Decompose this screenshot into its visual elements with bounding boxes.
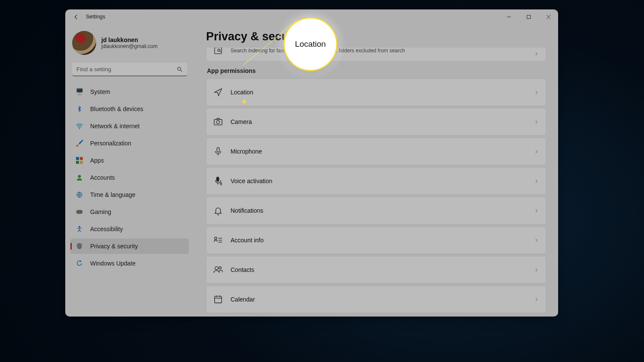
- wifi-icon: [75, 121, 84, 131]
- display-icon: 🖥️: [75, 87, 84, 97]
- svg-rect-22: [216, 177, 219, 181]
- sidebar-item-label: Windows Update: [90, 260, 136, 267]
- account-info-icon: [213, 235, 224, 246]
- scroll-area[interactable]: Search indexing for faster results, find…: [206, 48, 546, 317]
- bluetooth-icon: [75, 104, 84, 114]
- permission-contacts[interactable]: Contacts: [206, 256, 546, 284]
- app-title: Settings: [86, 14, 105, 20]
- main-content: Privacy & security Search indexing for f…: [194, 24, 558, 317]
- contacts-icon: [213, 264, 224, 275]
- section-app-permissions: App permissions: [207, 67, 546, 74]
- svg-point-6: [79, 128, 80, 129]
- permission-calendar[interactable]: Calendar: [206, 286, 546, 313]
- sidebar-item-label: Privacy & security: [90, 243, 138, 250]
- sidebar-item-label: Gaming: [90, 208, 111, 215]
- svg-rect-18: [214, 120, 222, 125]
- gaming-icon: [75, 207, 84, 217]
- svg-point-24: [215, 237, 217, 240]
- user-block[interactable]: jd laukkonen jdlaukkonen@gmail.com: [72, 31, 187, 55]
- user-email: jdlaukkonen@gmail.com: [101, 43, 158, 49]
- sidebar-item-accessibility[interactable]: Accessibility: [70, 221, 189, 237]
- svg-rect-1: [527, 15, 530, 18]
- card-label: Contacts: [231, 266, 254, 273]
- person-icon: [75, 173, 84, 182]
- svg-rect-10: [80, 161, 83, 164]
- user-name: jd laukkonen: [101, 36, 158, 43]
- permission-microphone[interactable]: Microphone: [206, 138, 546, 165]
- sidebar-item-time[interactable]: Time & language: [70, 187, 189, 202]
- nav-list: 🖥️ System Bluetooth & devices Network & …: [70, 84, 189, 271]
- search-input[interactable]: [72, 63, 187, 76]
- chevron-right-icon: [534, 90, 539, 95]
- minimize-button[interactable]: [499, 9, 519, 24]
- permission-notifications[interactable]: Notifications: [206, 197, 546, 224]
- svg-rect-7: [76, 157, 79, 160]
- sidebar-item-gaming[interactable]: Gaming: [70, 204, 189, 220]
- windows-update-icon: [75, 259, 84, 268]
- card-label: Location: [231, 89, 253, 96]
- sidebar-item-label: Personalization: [90, 140, 131, 147]
- sidebar-item-label: Accounts: [90, 174, 115, 181]
- sidebar-item-accounts[interactable]: Accounts: [70, 170, 189, 185]
- svg-point-11: [78, 175, 81, 178]
- svg-rect-8: [80, 157, 83, 160]
- microphone-icon: [213, 146, 224, 157]
- card-label: Camera: [231, 118, 252, 125]
- card-label: Notifications: [231, 207, 263, 214]
- svg-point-19: [216, 121, 219, 124]
- close-button[interactable]: [538, 9, 558, 24]
- permission-voice-activation[interactable]: Voice activation: [206, 167, 546, 195]
- card-label: Microphone: [231, 148, 262, 155]
- chevron-right-icon: [534, 51, 539, 56]
- svg-point-4: [178, 67, 181, 71]
- searching-windows-card[interactable]: Search indexing for faster results, find…: [206, 48, 546, 61]
- sidebar-item-personalization[interactable]: 🖌️ Personalization: [70, 136, 189, 151]
- sidebar-item-update[interactable]: Windows Update: [70, 256, 189, 271]
- back-button[interactable]: [71, 12, 81, 21]
- search-icon: [176, 66, 183, 72]
- chevron-right-icon: [534, 208, 539, 213]
- callout-text: Location: [295, 39, 326, 49]
- bell-icon: [213, 205, 224, 216]
- calendar-icon: [213, 294, 224, 305]
- permission-account-info[interactable]: Account info: [206, 226, 546, 254]
- svg-point-14: [79, 226, 80, 227]
- shield-icon: [75, 241, 84, 251]
- permission-camera[interactable]: Camera: [206, 108, 546, 136]
- chevron-right-icon: [534, 149, 539, 154]
- chevron-right-icon: [534, 179, 539, 184]
- sidebar-item-system[interactable]: 🖥️ System: [70, 84, 189, 100]
- chevron-right-icon: [534, 238, 539, 243]
- window-controls: [499, 9, 558, 24]
- sidebar-item-network[interactable]: Network & internet: [70, 118, 189, 134]
- sidebar-item-label: Accessibility: [90, 226, 123, 232]
- card-label: Voice activation: [231, 178, 272, 184]
- callout-magnifier: Location: [283, 17, 337, 71]
- svg-point-29: [219, 267, 221, 269]
- svg-line-17: [220, 51, 221, 52]
- avatar: [72, 31, 96, 55]
- paintbrush-icon: 🖌️: [75, 139, 84, 148]
- permission-location[interactable]: Location: [206, 78, 546, 106]
- location-icon: [213, 87, 224, 98]
- sidebar-item-privacy[interactable]: Privacy & security: [70, 238, 189, 254]
- svg-line-5: [180, 70, 182, 72]
- chevron-right-icon: [534, 268, 539, 272]
- card-label: Account info: [231, 237, 264, 244]
- sidebar: jd laukkonen jdlaukkonen@gmail.com 🖥️ Sy…: [65, 24, 194, 317]
- camera-icon: [213, 116, 224, 127]
- sidebar-item-label: Bluetooth & devices: [90, 106, 143, 112]
- maximize-button[interactable]: [519, 9, 538, 24]
- sidebar-item-label: Network & internet: [90, 123, 140, 130]
- sidebar-item-label: Time & language: [90, 191, 135, 198]
- sidebar-item-bluetooth[interactable]: Bluetooth & devices: [70, 101, 189, 117]
- page-title: Privacy & security: [206, 30, 546, 43]
- svg-point-16: [218, 49, 220, 51]
- search-results-icon: [213, 48, 224, 56]
- svg-rect-20: [217, 148, 219, 152]
- sidebar-item-apps[interactable]: Apps: [70, 153, 189, 168]
- sidebar-item-label: Apps: [90, 157, 104, 164]
- svg-point-28: [215, 267, 218, 270]
- svg-rect-30: [215, 296, 222, 303]
- card-label: Calendar: [231, 296, 255, 303]
